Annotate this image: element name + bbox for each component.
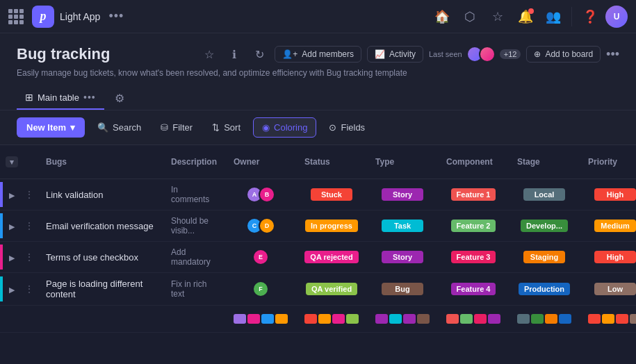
add-members-icon: 👤+: [282, 49, 297, 59]
fields-button[interactable]: ⊙ Fields: [322, 118, 372, 137]
row-expand-cell[interactable]: ▶: [3, 273, 21, 306]
row-owner-cell: F: [225, 273, 296, 306]
row-priority-cell[interactable]: High: [580, 242, 636, 273]
row-expand-cell[interactable]: ▶: [3, 210, 21, 242]
row-owner-cell: AB: [225, 179, 296, 210]
priority-badge: High: [594, 188, 636, 201]
priority-badge: Low: [594, 283, 636, 295]
color-swatch: [545, 314, 557, 324]
color-swatch: [531, 314, 544, 324]
help-icon-btn[interactable]: ❓: [578, 4, 603, 29]
tab-main-table[interactable]: ⊞ Main table •••: [17, 86, 104, 110]
coloring-button[interactable]: ◉ Coloring: [253, 117, 316, 138]
row-stage-cell[interactable]: Production: [509, 273, 580, 306]
grid-menu-icon[interactable]: [8, 9, 24, 24]
plaky-logo[interactable]: p: [32, 6, 54, 28]
info-icon[interactable]: ℹ: [225, 44, 244, 64]
coloring-label: Coloring: [274, 122, 307, 133]
row-priority-cell[interactable]: Low: [580, 273, 636, 306]
row-type-cell[interactable]: Task: [367, 210, 438, 242]
row-component-cell[interactable]: Feature 3: [438, 242, 509, 273]
priority-badge: High: [594, 251, 636, 263]
row-description-cell: Should be visib...: [163, 210, 225, 242]
color-swatch: [375, 314, 388, 324]
type-badge: Story: [382, 251, 423, 263]
activity-button[interactable]: 📈 Activity: [367, 46, 423, 63]
stage-badge: Staging: [523, 251, 565, 263]
color-swatch: [318, 314, 331, 324]
new-item-label: New Item: [26, 122, 66, 133]
row-stage-cell[interactable]: Develop...: [509, 210, 580, 242]
row-expand-cell[interactable]: ▶: [3, 179, 21, 210]
row-component-cell[interactable]: Feature 2: [438, 210, 509, 242]
sort-button[interactable]: ⇅ Sort: [205, 118, 247, 137]
row-description-cell: Add mandatory: [163, 242, 225, 273]
add-members-button[interactable]: 👤+ Add members: [275, 46, 361, 63]
shape-icon-btn[interactable]: ⬡: [457, 4, 482, 29]
footer-stage-colors: [509, 306, 580, 333]
search-button[interactable]: 🔍 Search: [90, 118, 148, 137]
owner-avatar: E: [252, 249, 269, 265]
th-bugs: Bugs: [38, 145, 163, 179]
activity-icon: 📈: [375, 49, 385, 59]
footer-priority-colors: [580, 306, 636, 333]
color-swatch: [346, 314, 359, 324]
search-icon: 🔍: [97, 122, 108, 133]
row-component-cell[interactable]: Feature 4: [438, 273, 509, 306]
add-to-board-button[interactable]: ⊕ Add to board: [526, 46, 601, 63]
new-item-button[interactable]: New Item ▾: [17, 117, 85, 138]
fields-label: Fields: [341, 122, 365, 133]
row-owner-cell: E: [225, 242, 296, 273]
th-owner: Owner: [225, 145, 296, 179]
star-favorite-icon[interactable]: ☆: [199, 44, 219, 64]
status-badge: QA verified: [306, 283, 357, 295]
table-icon: ⊞: [25, 92, 33, 103]
star-icon-btn[interactable]: ☆: [485, 4, 510, 29]
refresh-icon[interactable]: ↻: [250, 44, 269, 64]
tab-options-icon[interactable]: •••: [83, 92, 96, 103]
color-swatch: [389, 314, 402, 324]
row-menu-dots[interactable]: ⋮: [21, 273, 38, 306]
footer-desc: [163, 306, 225, 333]
th-priority: Priority: [580, 145, 636, 179]
row-status-cell[interactable]: QA verified: [296, 273, 367, 306]
row-priority-cell[interactable]: Medium: [580, 210, 636, 242]
row-menu-dots[interactable]: ⋮: [21, 242, 38, 273]
row-status-cell[interactable]: Stuck: [296, 179, 367, 210]
type-badge: Story: [382, 188, 423, 201]
home-icon-btn[interactable]: 🏠: [430, 4, 455, 29]
row-menu-dots[interactable]: ⋮: [21, 210, 38, 242]
th-status: Status: [296, 145, 367, 179]
notification-icon-btn[interactable]: 🔔: [513, 4, 538, 29]
people-icon-btn[interactable]: 👥: [541, 4, 566, 29]
row-priority-cell[interactable]: High: [580, 179, 636, 210]
user-avatar-nav[interactable]: U: [605, 6, 628, 28]
color-swatch: [602, 314, 614, 324]
row-type-cell[interactable]: Bug: [367, 273, 438, 306]
header-more-button[interactable]: •••: [606, 47, 619, 62]
row-status-cell[interactable]: QA rejected: [296, 242, 367, 273]
nav-divider: [571, 7, 572, 26]
workspace-dots[interactable]: •••: [108, 9, 124, 24]
table-row: ▶⋮Link validationIn commentsABStuckStory…: [0, 179, 636, 210]
row-stage-cell[interactable]: Local: [509, 179, 580, 210]
row-expand-cell[interactable]: ▶: [3, 242, 21, 273]
row-status-cell[interactable]: In progress: [296, 210, 367, 242]
footer-expand: [3, 306, 21, 333]
avatar-2: [479, 46, 496, 63]
row-type-cell[interactable]: Story: [367, 179, 438, 210]
component-badge: Feature 4: [451, 283, 496, 295]
th-dots: [21, 145, 38, 179]
row-menu-dots[interactable]: ⋮: [21, 179, 38, 210]
stage-badge: Production: [519, 283, 570, 295]
filter-button[interactable]: ⛁ Filter: [154, 118, 199, 137]
color-swatch: [332, 314, 345, 324]
collapse-all-icon[interactable]: ▾: [6, 156, 18, 167]
stage-badge: Develop...: [521, 220, 568, 232]
table-row: ▶⋮Email verification messageShould be vi…: [0, 210, 636, 242]
row-component-cell[interactable]: Feature 1: [438, 179, 509, 210]
row-type-cell[interactable]: Story: [367, 242, 438, 273]
settings-icon-btn[interactable]: ⚙: [110, 88, 129, 108]
color-swatch: [234, 314, 246, 324]
row-stage-cell[interactable]: Staging: [509, 242, 580, 273]
